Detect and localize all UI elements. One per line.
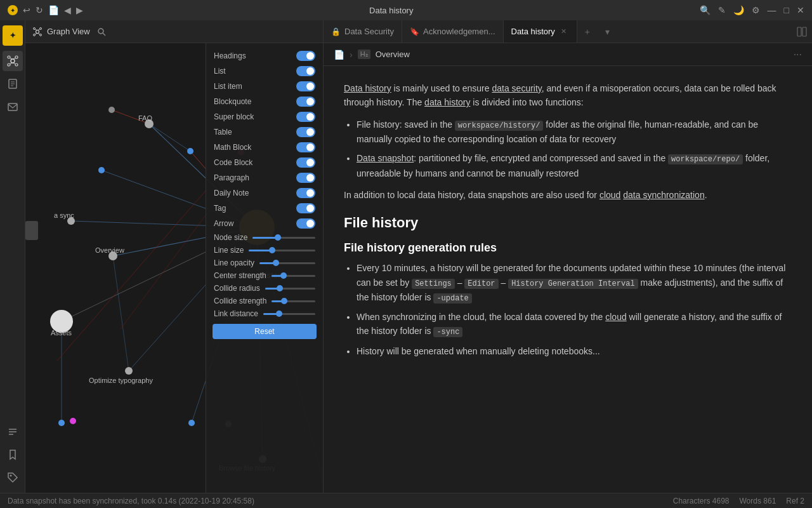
editor-menu-btn[interactable]: ··· <box>794 49 802 60</box>
graph-search-btn[interactable] <box>95 25 108 38</box>
collideradius-row: Collide radius <box>206 282 323 295</box>
centerstrength-row: Center strength <box>206 269 323 282</box>
tab-new-btn[interactable]: + <box>577 20 598 43</box>
data-snapshot-link[interactable]: Data snapshot <box>357 153 414 163</box>
svg-line-26 <box>37 33 40 34</box>
back-btn[interactable]: ◀ <box>64 5 71 15</box>
main-layout: ✦ Graph View <box>0 20 812 493</box>
search-btn[interactable]: 🔍 <box>700 5 710 15</box>
data-history-link2[interactable]: data history <box>424 97 470 107</box>
sidebar-item-graph[interactable] <box>3 51 23 71</box>
codeblock-label: Code Block <box>214 158 252 167</box>
data-history-link1[interactable]: Data history <box>344 83 391 93</box>
close-btn[interactable]: ✕ <box>797 5 804 15</box>
collideradius-label: Collide radius <box>214 284 260 293</box>
settings-btn[interactable]: ⚙ <box>752 5 760 15</box>
status-message: Data snapshot has been synchronized, too… <box>8 497 663 505</box>
tab-close-btn[interactable]: ✕ <box>559 27 569 37</box>
data-sync-link[interactable]: data synchronization <box>623 190 704 200</box>
edit-btn[interactable]: ✎ <box>718 5 726 15</box>
sidebar-item-tags[interactable] <box>3 467 23 488</box>
file-history-item: File history: saved in the workspace/his… <box>357 117 792 147</box>
intro-para: Data history is mainly used to ensure da… <box>344 81 792 110</box>
mathblock-toggle[interactable] <box>296 142 315 152</box>
svg-line-23 <box>35 29 37 30</box>
svg-line-6 <box>13 58 16 60</box>
blockquote-label: Blockquote <box>214 97 251 106</box>
nodesize-slider[interactable] <box>252 237 315 239</box>
workspace-repo-code: workspace/repo/ <box>668 154 743 164</box>
svg-point-58 <box>188 420 195 426</box>
cloud-link[interactable]: cloud <box>599 190 620 200</box>
maximize-btn[interactable]: □ <box>784 5 789 15</box>
tab-data-history[interactable]: Data history ✕ <box>504 20 577 43</box>
codeblock-toggle[interactable] <box>296 157 315 168</box>
collideradius-slider[interactable] <box>265 288 315 290</box>
svg-point-61 <box>108 107 115 113</box>
rules-list: Every 10 minutes, a history will be gene… <box>357 261 792 358</box>
svg-rect-72 <box>802 27 806 36</box>
linkdistance-slider[interactable] <box>263 313 315 315</box>
reset-button[interactable]: Reset <box>213 324 317 339</box>
sidebar-item-notes[interactable] <box>3 422 23 442</box>
undo-btn[interactable]: ↩ <box>23 5 30 15</box>
table-toggle[interactable] <box>296 127 315 137</box>
graph-title: Graph View <box>47 27 90 36</box>
sidebar-item-bookmark[interactable] <box>3 444 23 465</box>
titlebar-right: 🔍 ✎ 🌙 ⚙ — □ ✕ <box>700 5 804 15</box>
rule-delete-item: History will be generated when manually … <box>357 344 792 358</box>
lineopacity-slider[interactable] <box>259 262 315 264</box>
collidestrength-slider[interactable] <box>272 300 315 302</box>
centerstrength-label: Center strength <box>214 271 266 280</box>
word-count: Words 861 <box>740 497 776 505</box>
svg-rect-70 <box>25 221 38 240</box>
sidebar-item-inbox[interactable] <box>3 97 23 117</box>
tab-dropdown-btn[interactable]: ▾ <box>598 20 618 43</box>
minimize-btn[interactable]: — <box>768 5 776 15</box>
tab-bar: 🔒 Data Security 🔖 Acknowledgemen... Data… <box>324 20 812 43</box>
paragraph-toggle[interactable] <box>296 173 315 183</box>
data-security-link[interactable]: data security <box>492 83 541 93</box>
overlay-list-row: List <box>206 64 323 79</box>
sidebar-item-docs[interactable] <box>3 74 23 94</box>
moon-btn[interactable]: 🌙 <box>733 5 744 15</box>
split-view-btn[interactable] <box>792 27 812 37</box>
svg-point-53 <box>125 367 133 375</box>
tag-toggle[interactable] <box>296 203 315 213</box>
linesize-row: Line size <box>206 244 323 257</box>
editor-content[interactable]: Data history is mainly used to ensure da… <box>324 66 812 493</box>
svg-point-59 <box>58 420 65 426</box>
overlay-headings-row: Headings <box>206 48 323 64</box>
headings-toggle[interactable] <box>296 51 315 61</box>
centerstrength-slider[interactable] <box>272 275 315 277</box>
svg-point-27 <box>98 29 103 34</box>
superblock-toggle[interactable] <box>296 112 315 122</box>
cloud-link2[interactable]: cloud <box>605 312 626 322</box>
breadcrumb-text: Overview <box>376 50 410 59</box>
listitem-toggle[interactable] <box>296 81 315 91</box>
file-btn[interactable]: 📄 <box>48 5 59 15</box>
arrow-toggle[interactable] <box>296 218 315 229</box>
list-toggle[interactable] <box>296 66 315 76</box>
file-history-heading: File history <box>344 215 792 231</box>
svg-point-19 <box>34 27 36 29</box>
superblock-label: Super block <box>214 112 254 121</box>
dailynote-label: Daily Note <box>214 189 249 197</box>
svg-point-21 <box>34 34 36 36</box>
svg-point-3 <box>8 64 10 66</box>
titlebar: ✦ ↩ ↻ 📄 ◀ ▶ Data history 🔍 ✎ 🌙 ⚙ — □ ✕ <box>0 0 812 20</box>
overlay-table-row: Table <box>206 124 323 140</box>
svg-text:FAQ: FAQ <box>138 114 152 122</box>
svg-point-0 <box>11 59 15 63</box>
linesize-slider[interactable] <box>249 250 315 251</box>
forward-btn[interactable]: ▶ <box>76 5 83 15</box>
listitem-label: List item <box>214 82 242 91</box>
redo-btn[interactable]: ↻ <box>36 5 43 15</box>
dailynote-toggle[interactable] <box>296 188 315 198</box>
svg-point-56 <box>187 148 193 154</box>
tab-data-security[interactable]: 🔒 Data Security <box>324 20 402 43</box>
tab-acknowledgement[interactable]: 🔖 Acknowledgemen... <box>402 20 503 43</box>
graph-panel: Graph View <box>25 20 324 493</box>
sidebar-logo[interactable]: ✦ <box>3 25 23 46</box>
blockquote-toggle[interactable] <box>296 97 315 107</box>
